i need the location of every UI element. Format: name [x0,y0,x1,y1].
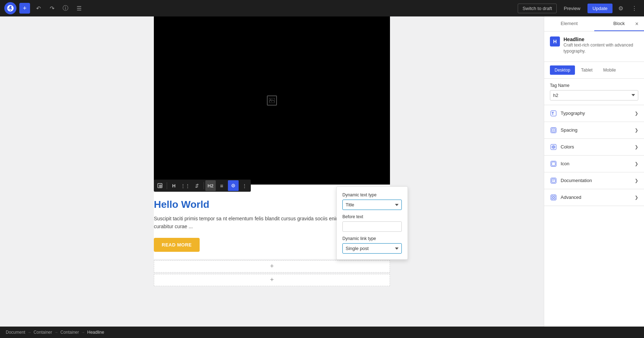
block-type-icon: H [550,36,560,46]
text-type-select[interactable]: Title Content Excerpt Date Author [342,200,402,210]
block-toolbar: H ⋮⋮ ⇵ H2 ≡ [154,180,251,192]
spacing-accordion-header[interactable]: Spacing ❯ [544,122,644,138]
update-button[interactable]: Update [587,4,613,13]
add-block-button-1[interactable]: + [154,260,390,273]
svg-rect-22 [552,198,553,199]
settings-button[interactable]: ⚙ [615,3,626,14]
dynamic-toolbar-button[interactable] [228,180,239,191]
block-name: Headline [564,36,638,42]
redo-button[interactable]: ↷ [47,3,57,14]
typography-label: Typography [561,111,631,116]
wordpress-logo[interactable] [4,2,16,14]
spacing-label: Spacing [561,127,631,133]
element-tab[interactable]: Element [544,16,594,31]
before-text-input[interactable] [342,221,402,232]
undo-button[interactable]: ↶ [33,3,44,14]
typography-chevron-icon: ❯ [635,111,638,116]
drag-toolbar-button[interactable]: ⋮⋮ [180,180,191,191]
icon-accordion-header[interactable]: Icon ❯ [544,156,644,172]
typography-accordion: T Typography ❯ [544,105,644,122]
svg-rect-21 [554,196,555,197]
colors-label: Colors [561,144,631,150]
svg-point-1 [270,99,272,100]
svg-rect-18 [552,181,554,181]
panel-tabs: Element Block × [544,16,644,31]
before-text-label: Before text [342,214,402,219]
icon-section-icon [550,160,557,167]
svg-text:T: T [552,112,554,116]
arrows-icon: ⇵ [195,183,199,188]
breadcrumb-container-2[interactable]: Container [60,330,79,335]
list-icon: ☰ [77,5,82,12]
advanced-accordion-header[interactable]: Advanced ❯ [544,189,644,206]
add-button[interactable]: + [19,3,30,14]
advanced-accordion: Advanced ❯ [544,189,644,206]
info-button[interactable]: ⓘ [60,3,71,14]
svg-rect-23 [554,198,555,199]
advanced-label: Advanced [561,195,631,200]
icon-chevron-icon: ❯ [635,161,638,166]
drag-icon: ⋮⋮ [181,183,190,188]
topbar: + ↶ ↷ ⓘ ☰ Switch to draft Preview Update… [0,0,644,16]
undo-icon: ↶ [36,5,41,12]
colors-accordion-header[interactable]: Colors ❯ [544,139,644,155]
h2-toolbar-button[interactable]: H2 [205,180,216,191]
add-block-button-2[interactable]: + [154,274,390,286]
cursor-indicator [159,185,162,187]
read-more-button[interactable]: READ MORE [154,238,200,252]
panel-close-button[interactable]: × [633,20,641,28]
h-toolbar-button[interactable]: H [169,180,179,191]
advanced-chevron-icon: ❯ [635,195,638,200]
align-toolbar-button[interactable]: ≡ [216,180,227,191]
advanced-icon [550,194,557,201]
breadcrumb: Document → Container → Container → Headl… [0,327,644,338]
svg-rect-17 [552,180,555,180]
list-button[interactable]: ☰ [74,3,84,14]
link-type-select[interactable]: Single post Homepage Custom URL [342,243,402,254]
spacing-chevron-icon: ❯ [635,128,638,133]
right-panel: Element Block × H Headline Craft text-ri… [544,16,644,327]
more-options-button[interactable]: ⋮ [629,3,640,14]
icon-accordion: Icon ❯ [544,156,644,172]
align-icon: ≡ [220,183,223,189]
device-tabs: Desktop Tablet Mobile [544,62,644,79]
tag-name-label: Tag Name [550,83,638,88]
typography-accordion-header[interactable]: T Typography ❯ [544,105,644,122]
breadcrumb-headline[interactable]: Headline [87,330,104,335]
documentation-accordion-header[interactable]: Documentation ❯ [544,172,644,189]
svg-rect-20 [552,196,553,197]
block-description: Craft text-rich content with advanced ty… [564,42,638,54]
tag-name-select[interactable]: h2 h1 h3 h4 h5 h6 p div [550,90,638,101]
switch-to-draft-button[interactable]: Switch to draft [518,4,556,13]
documentation-icon [550,177,557,184]
image-block[interactable]: H ⋮⋮ ⇵ H2 ≡ [154,16,390,185]
redo-icon: ↷ [50,5,54,12]
add-icon-1: + [270,263,274,270]
mobile-tab[interactable]: Mobile [599,65,620,75]
tablet-tab[interactable]: Tablet [576,65,597,75]
h2-label: H2 [208,183,214,188]
info-icon: ⓘ [63,5,68,12]
breadcrumb-container-1[interactable]: Container [34,330,52,335]
plus-icon: + [23,5,27,12]
image-placeholder-icon [267,95,277,106]
svg-rect-10 [552,129,555,131]
arrows-toolbar-button[interactable]: ⇵ [191,180,202,191]
text-type-label: Dynamic text type [342,192,402,197]
colors-chevron-icon: ❯ [635,144,638,150]
colors-icon [550,143,557,151]
spacing-accordion: Spacing ❯ [544,122,644,139]
link-type-label: Dynamic link type [342,236,402,241]
typography-icon: T [550,110,557,117]
spacing-icon [550,127,557,134]
breadcrumb-document[interactable]: Document [6,330,25,335]
preview-button[interactable]: Preview [560,4,585,13]
tag-name-field: Tag Name h2 h1 h3 h4 h5 h6 p div [544,79,644,105]
icon-label: Icon [561,161,631,166]
more-toolbar-button[interactable]: ⋮ [239,180,250,191]
vertical-dots-icon: ⋮ [631,5,637,12]
desktop-tab[interactable]: Desktop [550,65,575,75]
svg-rect-14 [552,162,555,166]
more-icon: ⋮ [242,183,247,188]
add-icon-2: + [270,276,274,284]
